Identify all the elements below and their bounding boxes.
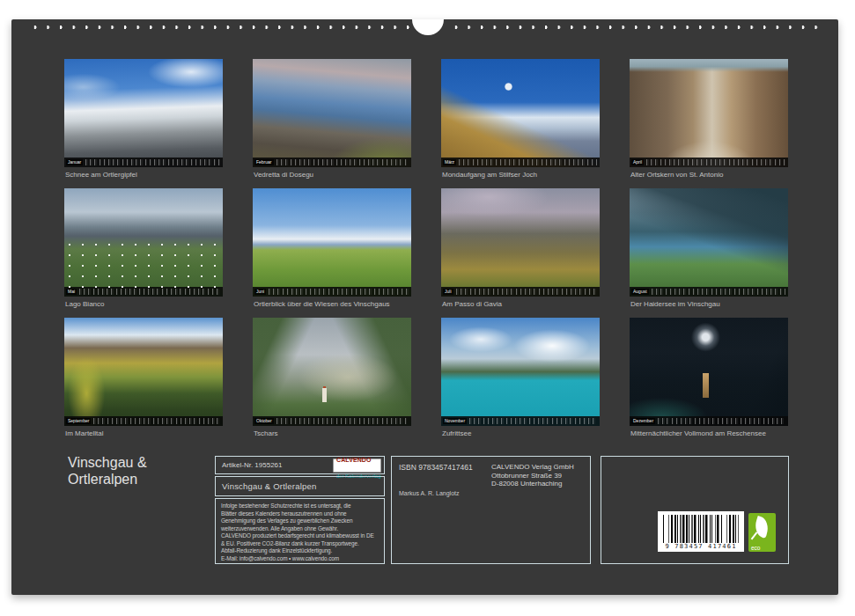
product-title: Vinschgau & Ortleralpen [222,481,316,491]
month-label: Mai [66,289,77,295]
leaf-icon [752,516,771,539]
month-thumbnail-grid: Januar Schnee am Ortlergipfel Februar Ve… [64,59,788,447]
day-grid [646,159,785,165]
thumbnail-october: Oktober Tschars [253,318,411,447]
thumbnail-april: April Alter Ortskern von St. Antonio [630,59,788,188]
isbn: ISBN 9783457417461 [399,463,473,472]
day-grid [469,418,597,424]
calendar-strip: November [441,416,600,426]
day-grid [85,159,220,165]
barcode-digits: 9 783457 417461 [658,543,744,550]
publisher-box: ISBN 9783457417461 CALVENDO Verlag GmbH … [391,456,591,564]
month-label: Februar [254,159,274,165]
eco-label: eco [751,545,760,551]
calendar-strip: März [441,158,600,167]
calendar-title: Vinschgau & Ortleralpen [68,454,147,488]
thumbnail-caption: Am Passo di Gavia [442,300,502,308]
calvendo-logo-name: CALVENDO [336,457,372,463]
month-label: August [631,289,649,295]
month-label: Juni [254,289,266,295]
day-grid [276,159,409,165]
calendar-strip: September [64,416,223,426]
legal-text-box: Infolge bestehender Schutzrechte ist es … [215,498,385,564]
product-title-box: Vinschgau & Ortleralpen [215,476,385,496]
ean-barcode: 9 783457 417461 [658,511,744,552]
photo-mountain-pass: Juli [441,188,600,297]
day-grid [79,289,220,295]
barcode-bars [663,515,739,543]
calendar-strip: Juni [253,287,411,297]
photo-snowy-summit: Januar [64,59,223,167]
photo-village-street: April [630,59,788,167]
day-grid [658,418,785,424]
wire-binding-holes-right [450,24,827,31]
calendar-strip: Januar [64,158,223,167]
thumbnail-caption: Lago Bianco [65,300,104,308]
thumbnail-caption: Der Haidersee im Vinschgau [630,300,720,308]
publisher-address: CALVENDO Verlag GmbH Ottobrunner Straße … [491,463,574,488]
photo-meadow-mountains: Juni [253,188,411,297]
thumbnail-caption: Ortlerblick über die Wiesen des Vinschga… [254,300,390,308]
day-grid [93,418,220,424]
photo-autumn-valley-lake: September [64,318,223,426]
month-label: Januar [66,159,83,165]
thumbnail-caption: Mitternächtlicher Vollmond am Reschensee [630,429,766,437]
month-label: November [443,418,467,424]
thumbnail-caption: Vedretta di Dosegu [254,171,313,179]
calendar-back-sheet: Januar Schnee am Ortlergipfel Februar Ve… [11,19,838,595]
calendar-strip: April [630,158,788,167]
thumbnail-september: September Im Martelltal [64,318,223,447]
hanger-notch [412,19,444,35]
thumbnail-november: November Zufrittsee [441,318,600,447]
day-grid [456,289,597,295]
thumbnail-march: März Mondaufgang am Stilfser Joch [441,59,600,188]
month-label: September [66,418,91,424]
month-label: Juli [443,289,453,295]
photo-moonrise-peaks: März [441,59,600,167]
legal-text: Infolge bestehender Schutzrechte ist es … [221,502,374,562]
thumbnail-caption: Zufrittsee [442,429,471,437]
thumbnail-caption: Im Martelltal [65,429,104,437]
calendar-strip: Oktober [253,416,411,426]
calendar-title-line1: Vinschgau & [68,454,147,471]
thumbnail-june: Juni Ortlerblick über die Wiesen des Vin… [253,188,411,318]
thumbnail-july: Juli Am Passo di Gavia [441,188,600,318]
article-number: Artikel-Nr. 1955261 [222,461,282,469]
calendar-strip: Juli [441,287,600,297]
calendar-title-line2: Ortleralpen [68,471,147,488]
photo-turquoise-lake: November [441,318,600,426]
calvendo-logo: CALVENDO der Kalenderverlag [333,458,381,473]
month-label: April [631,159,644,165]
barcode-box: 9 783457 417461 eco [601,456,789,564]
day-grid [269,289,409,295]
article-number-box: Artikel-Nr. 1955261 CALVENDO der Kalende… [215,456,385,474]
thumbnail-december: Dezember Mitternächtlicher Vollmond am R… [630,318,788,447]
calendar-strip: Dezember [630,416,788,426]
photo-lake-reeds: August [630,188,788,297]
month-label: März [443,159,456,165]
thumbnail-january: Januar Schnee am Ortlergipfel [64,59,223,188]
thumbnail-february: Februar Vedretta di Dosegu [253,59,411,188]
day-grid [276,418,409,424]
calendar-strip: Februar [253,158,411,167]
month-label: Dezember [631,418,655,424]
eco-logo: eco [748,513,776,552]
photo-valley-village: Oktober [253,318,411,426]
photo-glacier: Februar [253,59,411,167]
thumbnail-august: August Der Haidersee im Vinschgau [630,188,788,318]
calendar-strip: Mai [64,287,223,297]
thumbnail-may: Mai Lago Bianco [64,188,223,318]
month-label: Oktober [254,418,274,424]
thumbnail-caption: Alter Ortskern von St. Antonio [630,171,723,179]
calendar-strip: August [630,287,788,297]
photo-cottongrass-lake: Mai [64,188,223,297]
photo-moonlit-church-tower: Dezember [630,318,788,426]
author-name: Markus A. R. Langlotz [399,490,459,496]
thumbnail-caption: Tschars [254,429,278,437]
thumbnail-caption: Mondaufgang am Stilfser Joch [442,171,537,179]
wire-binding-holes-left [29,24,409,31]
thumbnail-caption: Schnee am Ortlergipfel [65,171,137,179]
day-grid [652,289,785,295]
day-grid [459,159,597,165]
